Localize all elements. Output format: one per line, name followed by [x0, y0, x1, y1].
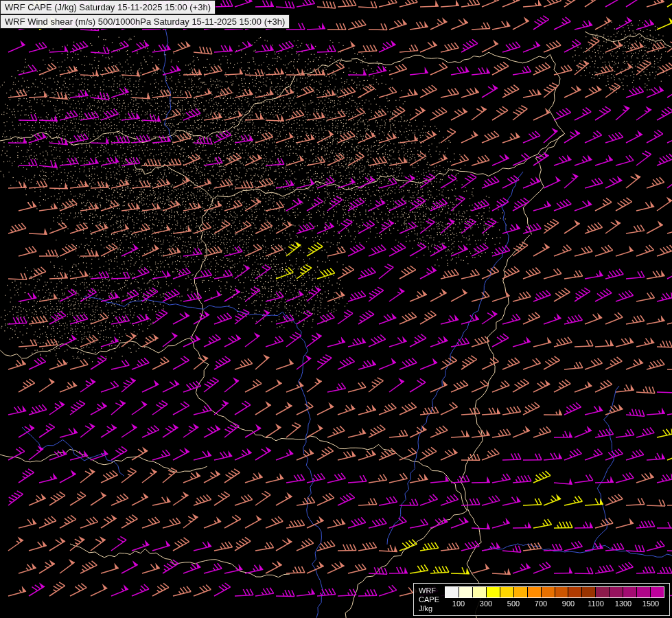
legend-color-cell [445, 587, 459, 597]
legend-tick-label: 100 [452, 599, 465, 608]
legend-color-cell [596, 587, 610, 597]
legend-color-cell [473, 587, 487, 597]
legend-color-cell [623, 587, 637, 597]
legend-tick-label: 700 [535, 599, 547, 608]
legend-color-cell [582, 587, 596, 597]
cape-title: WRF CAPE (J/kg) Saturday 15-11-2025 15:0… [0, 0, 216, 14]
legend-label-line1: WRF [419, 586, 439, 595]
legend-color-cell [487, 587, 500, 597]
weather-map-page: WRF CAPE (J/kg) Saturday 15-11-2025 15:0… [0, 0, 672, 618]
legend-ticks: 100300500700900110013001500 [445, 598, 664, 608]
legend-tick-label: 900 [562, 599, 575, 608]
legend-color-cell [500, 587, 514, 597]
map-canvas [0, 0, 672, 618]
legend-colorbar [445, 586, 664, 598]
legend-label: WRF CAPE J/kg [419, 586, 439, 613]
legend-color-cell [459, 587, 473, 597]
wind-shear-title: WRF Wind shear (m/s) 500/1000hPa Saturda… [0, 14, 290, 29]
legend-color-cell [542, 587, 555, 597]
legend-label-line2: CAPE [419, 595, 439, 604]
legend-color-cell [514, 587, 528, 597]
legend-tick-label: 300 [480, 599, 492, 608]
legend-color-cell [637, 587, 651, 597]
legend-color-cell [651, 587, 664, 597]
legend-color-cell [610, 587, 623, 597]
cape-legend: WRF CAPE J/kg 10030050070090011001300150… [413, 583, 670, 616]
legend-tick-label: 1300 [615, 599, 632, 608]
legend-color-cell [568, 587, 582, 597]
legend-color-cell [528, 587, 542, 597]
legend-bar-wrap: 100300500700900110013001500 [445, 586, 664, 610]
legend-tick-label: 1100 [588, 599, 604, 608]
legend-label-line3: J/kg [419, 604, 439, 613]
legend-tick-label: 1500 [642, 599, 659, 608]
legend-color-cell [555, 587, 569, 597]
legend-tick-label: 500 [507, 599, 520, 608]
